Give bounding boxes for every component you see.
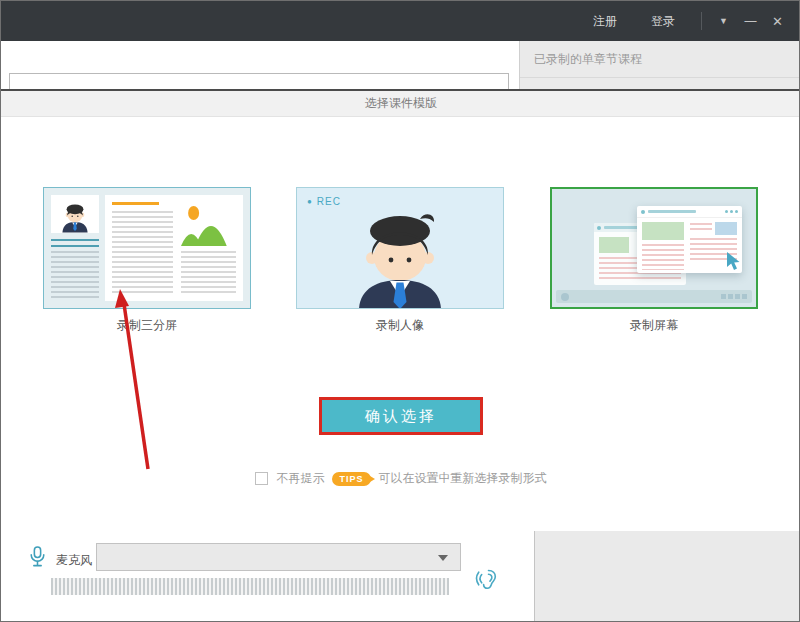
- dont-remind-checkbox[interactable]: [255, 472, 268, 485]
- rec-indicator: ● REC: [307, 196, 341, 207]
- dont-remind-label[interactable]: 不再提示: [276, 470, 324, 487]
- minimize-icon: —: [745, 14, 757, 28]
- caption-text-lines: [181, 251, 236, 294]
- annotation-highlight-box: 确认选择: [319, 397, 483, 435]
- microphone-label: 麦克风: [56, 552, 92, 569]
- edit-box-partial[interactable]: [9, 73, 509, 89]
- app-window: 注册 登录 ▼ — ✕ 已录制的单章节课程 选择课件模版: [0, 0, 800, 622]
- page-text-lines: [112, 211, 173, 294]
- tips-text: 可以在设置中重新选择录制形式: [379, 470, 547, 487]
- page-heading-line: [112, 202, 159, 205]
- window-dot-icon: [597, 226, 601, 230]
- register-button[interactable]: 注册: [585, 9, 625, 34]
- rec-label: REC: [317, 196, 341, 207]
- template-card-three-split[interactable]: [43, 187, 251, 309]
- template-dialog: 选择课件模版: [1, 89, 800, 531]
- sidebar-text-lines: [51, 251, 99, 301]
- panel-divider: [520, 77, 799, 78]
- login-button[interactable]: 登录: [643, 9, 683, 34]
- presenter-illustration: [325, 209, 475, 309]
- microphone-icon: [29, 546, 46, 573]
- three-split-sidebar-preview: [51, 195, 99, 301]
- document-page-preview: [105, 195, 243, 301]
- taskbar-strip: [556, 290, 752, 303]
- content-block: [642, 222, 684, 240]
- chevron-down-icon: [438, 555, 448, 561]
- recorded-courses-panel: 已录制的单章节课程: [519, 41, 799, 89]
- audio-settings-bar: 麦克风: [1, 531, 800, 622]
- thumbnail-block: [715, 222, 737, 235]
- template-label-screen: 录制屏幕: [550, 317, 758, 334]
- tips-badge: TIPS: [332, 472, 370, 486]
- content-block: [599, 237, 629, 253]
- recorded-courses-title: 已录制的单章节课程: [520, 41, 799, 68]
- titlebar: 注册 登录 ▼ — ✕: [1, 1, 799, 41]
- titlebar-separator: [701, 12, 702, 30]
- tips-row: 不再提示 TIPS 可以在设置中重新选择录制形式: [1, 470, 800, 487]
- dialog-title: 选择课件模版: [1, 91, 800, 117]
- rec-dot-icon: ●: [307, 198, 313, 206]
- content-lines: [642, 244, 684, 270]
- confirm-button[interactable]: 确认选择: [322, 400, 480, 432]
- window-menu-dots-icon: [725, 210, 738, 213]
- page-text-column: [112, 202, 173, 294]
- close-icon: ✕: [772, 14, 783, 29]
- content-lines: [690, 223, 712, 233]
- template-label-portrait: 录制人像: [296, 317, 504, 334]
- sun-mountains-image-icon: [181, 202, 236, 246]
- template-card-portrait[interactable]: ● REC: [296, 187, 504, 309]
- minimize-button[interactable]: —: [737, 8, 764, 34]
- bottom-right-panel: [534, 531, 800, 622]
- taskbar-tray-icons: [721, 294, 747, 299]
- cursor-icon: [723, 251, 743, 273]
- annotation-arrow-icon: [1, 89, 800, 531]
- template-card-screen[interactable]: [550, 187, 758, 309]
- close-button[interactable]: ✕: [764, 8, 791, 34]
- microphone-select[interactable]: [96, 543, 461, 571]
- taskbar-start-icon: [561, 293, 569, 301]
- audio-level-meter: [51, 578, 449, 595]
- editor-area-partial: [1, 41, 519, 89]
- chevron-down-icon: ▼: [719, 16, 728, 26]
- page-media-column: [181, 202, 236, 294]
- menu-dropdown-button[interactable]: ▼: [710, 8, 737, 34]
- listen-monitor-icon[interactable]: [475, 567, 500, 597]
- window-dot-icon: [641, 210, 645, 214]
- template-label-three-split: 录制三分屏: [43, 317, 251, 334]
- address-bar: [648, 210, 696, 213]
- presenter-avatar-icon: [51, 195, 99, 233]
- sidebar-highlight-lines: [51, 239, 99, 247]
